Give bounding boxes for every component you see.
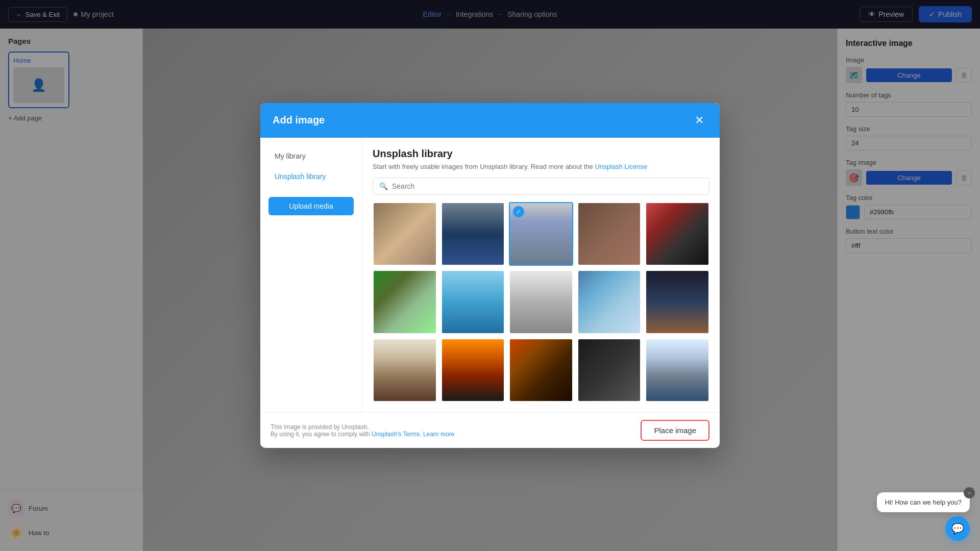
image-cell-6[interactable] — [373, 270, 437, 334]
search-icon: 🔍 — [379, 182, 388, 190]
image-cell-15[interactable] — [645, 338, 709, 403]
image-cell-5[interactable] — [645, 202, 709, 266]
unsplash-desc: Start with freely usable images from Uns… — [373, 163, 709, 170]
search-bar: 🔍 — [373, 178, 709, 195]
footer-text-1: This image is provided by Unsplash. — [271, 423, 369, 431]
modal-footer: This image is provided by Unsplash. By u… — [260, 412, 720, 448]
learn-more-label: Learn more — [423, 431, 454, 438]
modal-nav-my-library[interactable]: My library — [268, 148, 354, 164]
image-cell-9[interactable] — [577, 270, 642, 334]
place-image-button[interactable]: Place image — [641, 420, 709, 441]
image-cell-1[interactable] — [373, 202, 437, 266]
modal-header: Add image ✕ — [260, 103, 720, 138]
unsplash-license-link[interactable]: Unsplash License — [595, 163, 647, 170]
chat-minimize-button[interactable]: − — [964, 487, 975, 498]
unsplash-terms-link[interactable]: Unsplash's Terms. — [372, 431, 421, 438]
image-cell-14[interactable] — [577, 338, 642, 403]
image-cell-3[interactable]: ✓ — [509, 202, 573, 266]
desc-text: Start with freely usable images from Uns… — [373, 163, 593, 170]
chat-widget: − Hi! How can we help you? 💬 — [877, 492, 970, 541]
modal-close-button[interactable]: ✕ — [691, 112, 707, 129]
unsplash-license-label: Unsplash License — [595, 163, 647, 170]
unsplash-library-title: Unsplash library — [373, 148, 709, 160]
image-cell-11[interactable] — [373, 338, 437, 403]
checkmark-icon: ✓ — [513, 206, 524, 217]
image-cell-12[interactable] — [441, 338, 505, 403]
image-cell-10[interactable] — [645, 270, 709, 334]
chat-icon: 💬 — [951, 522, 964, 535]
learn-more-link[interactable]: Learn more — [423, 431, 454, 438]
footer-info: This image is provided by Unsplash. By u… — [271, 423, 454, 438]
modal-nav: My library Unsplash library Upload media — [260, 138, 362, 413]
add-image-modal: Add image ✕ My library Unsplash library … — [260, 103, 720, 448]
chat-message: Hi! How can we help you? — [885, 498, 962, 506]
modal-title: Add image — [273, 114, 325, 126]
modal-main-content: Unsplash library Start with freely usabl… — [362, 138, 720, 413]
image-grid: ✓ — [373, 202, 709, 403]
unsplash-terms-label: Unsplash's Terms. — [372, 431, 421, 438]
chat-open-button[interactable]: 💬 — [945, 516, 970, 541]
footer-text-2: By using it, you agree to comply with — [271, 431, 370, 438]
modal-body: My library Unsplash library Upload media… — [260, 138, 720, 413]
image-cell-8[interactable] — [509, 270, 573, 334]
image-cell-2[interactable] — [441, 202, 505, 266]
image-cell-7[interactable] — [441, 270, 505, 334]
image-cell-4[interactable] — [577, 202, 642, 266]
modal-overlay[interactable]: Add image ✕ My library Unsplash library … — [0, 0, 980, 551]
chat-bubble: − Hi! How can we help you? — [877, 492, 970, 512]
upload-media-button[interactable]: Upload media — [268, 197, 354, 215]
image-cell-13[interactable] — [509, 338, 573, 403]
modal-nav-unsplash-library[interactable]: Unsplash library — [268, 168, 354, 185]
search-input[interactable] — [392, 182, 703, 190]
